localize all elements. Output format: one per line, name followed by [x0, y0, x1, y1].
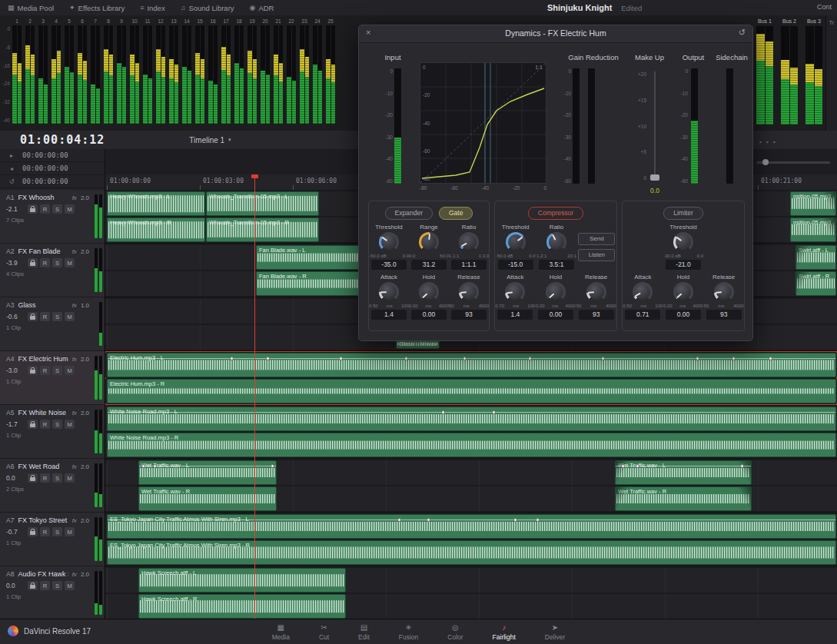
track-s-button[interactable]: S [52, 258, 62, 267]
zoom-slider-handle[interactable] [762, 159, 769, 165]
track-volume[interactable]: -0.7 [6, 528, 23, 536]
knob-value[interactable]: -15.0 [498, 260, 533, 270]
fx-badge[interactable]: fx [72, 302, 77, 309]
knob-value[interactable]: 1:1.1 [451, 260, 487, 270]
audio-clip[interactable]: Whoosh_Transition-05.mp3 - L [206, 191, 319, 216]
audio-clip[interactable]: Hawk Screech.aiff - R [138, 594, 346, 619]
track-s-button[interactable]: S [52, 204, 62, 214]
track-name[interactable]: FX Tokyo Street [18, 516, 68, 524]
audio-clip[interactable]: nsition-05.mp3 - R [790, 217, 836, 242]
track-s-button[interactable]: S [52, 473, 62, 483]
knob-dial[interactable] [673, 232, 693, 252]
knob-value[interactable]: 1.4 [497, 310, 533, 320]
knob-value[interactable]: 0.00 [666, 310, 701, 320]
automation-point[interactable] [230, 357, 234, 360]
knob-value[interactable]: -35.0 [371, 260, 407, 270]
knob-dial[interactable] [459, 282, 479, 302]
track-r-button[interactable]: R [40, 473, 50, 483]
knob-dial[interactable] [586, 282, 606, 302]
track-lock-button[interactable] [28, 473, 38, 483]
track-m-button[interactable]: M [65, 258, 75, 267]
knob-dial[interactable] [546, 232, 566, 252]
track-r-button[interactable]: R [40, 581, 50, 590]
track-name[interactable]: FX White Noise [18, 409, 68, 417]
audio-clip[interactable]: Swirl.aiff - L [795, 245, 836, 270]
panel-toggle-index[interactable]: ≡Index [132, 0, 173, 15]
knob-value[interactable]: 31.2 [411, 260, 447, 270]
fx-badge[interactable]: fx [72, 410, 77, 417]
make-up-slider[interactable] [651, 71, 659, 181]
knob-dial[interactable] [419, 282, 439, 302]
track-volume[interactable]: -2.1 [6, 205, 23, 213]
fade-in-handle[interactable] [796, 272, 809, 295]
audio-clip[interactable]: Wet Traffic.wav - R [615, 486, 752, 511]
track-s-button[interactable]: S [52, 312, 62, 321]
fx-badge[interactable]: fx [72, 463, 77, 470]
automation-point[interactable] [463, 357, 467, 360]
panel-toggle-effects-library[interactable]: ✦Effects Library [61, 0, 132, 15]
automation-point[interactable] [441, 410, 445, 414]
automation-point[interactable] [427, 518, 430, 522]
track-lock-button[interactable] [28, 258, 38, 267]
page-edit[interactable]: ▤Edit [358, 623, 370, 641]
track-name[interactable]: Glass [18, 301, 68, 309]
playhead[interactable] [254, 174, 255, 619]
track-volume[interactable]: 0.0 [6, 474, 23, 482]
track-m-button[interactable]: M [65, 420, 75, 429]
automation-point[interactable] [271, 464, 274, 468]
audio-clip[interactable]: Wet Traffic.wav - L [615, 460, 752, 485]
page-cut[interactable]: ✂Cut [319, 623, 329, 641]
panel-toggle-adr[interactable]: ◉ADR [242, 0, 282, 15]
timecode-field[interactable]: 00:00:00:00 [22, 151, 68, 159]
track-name[interactable]: FX Electric Hum [18, 355, 68, 363]
fx-badge[interactable]: fx [72, 194, 77, 201]
timecode-field[interactable]: 00:00:00:00 [22, 164, 68, 172]
audio-clip[interactable]: Electric Hum.mp3 - L [107, 353, 836, 377]
panel-toggle-media-pool[interactable]: ▦Media Pool [0, 0, 61, 15]
audio-clip[interactable]: White Noise Road.mp3 - R [107, 433, 836, 457]
page-fairlight[interactable]: ♪Fairlight [493, 623, 516, 641]
make-up-value[interactable]: 0.0 [638, 187, 672, 194]
zoom-slider[interactable] [756, 161, 830, 164]
playhead-timecode[interactable]: 01:00:04:12 [20, 133, 105, 147]
track-m-button[interactable]: M [65, 366, 75, 375]
track-lock-button[interactable] [28, 366, 38, 375]
automation-point[interactable] [536, 518, 540, 522]
audio-clip[interactable]: Hawk Screech.aiff - L [138, 568, 346, 593]
track-name[interactable]: Audio FX Hawk Sc... [18, 570, 68, 578]
audio-clip[interactable]: Whoosh_Transition-05.mp3 - R [206, 217, 319, 242]
audio-clip[interactable]: nsition-05.mp3 - L [790, 191, 836, 216]
knob-dial[interactable] [714, 282, 734, 302]
track-volume[interactable]: -3.0 [6, 367, 23, 374]
knob-value[interactable]: 93 [579, 310, 614, 320]
fade-out-handle[interactable] [739, 487, 751, 510]
track-volume[interactable]: -0.6 [6, 313, 23, 320]
knob-dial[interactable] [379, 282, 399, 302]
track-name[interactable]: FX Fan Blade [18, 247, 68, 255]
automation-point[interactable] [740, 464, 744, 468]
knob-dial[interactable] [546, 282, 566, 302]
fx-badge[interactable]: fx [72, 248, 77, 255]
audio-clip[interactable]: Heavy Whoosh.mp3 - R [107, 217, 205, 242]
page-color[interactable]: ◎Color [447, 623, 463, 641]
automation-point[interactable] [339, 357, 343, 360]
reset-icon[interactable]: ↺ [739, 28, 746, 38]
fx-badge[interactable]: fx [72, 571, 77, 578]
knob-value[interactable]: 0.71 [625, 310, 660, 320]
track-lock-button[interactable] [28, 581, 38, 590]
playhead-handle[interactable] [251, 174, 258, 178]
page-fusion[interactable]: ✳Fusion [399, 623, 419, 641]
page-media[interactable]: ▦Media [272, 623, 290, 641]
track-r-button[interactable]: R [40, 204, 50, 214]
audio-clip[interactable]: Wet Traffic.wav - R [138, 486, 277, 511]
expander-tab[interactable]: Expander [385, 207, 433, 220]
track-volume[interactable]: -3.9 [6, 259, 23, 267]
listen-button[interactable]: Listen [578, 249, 615, 261]
knob-value[interactable]: 93 [706, 310, 742, 320]
audio-clip[interactable]: ES_Tokyo Japan City Traffic Atmos With S… [107, 514, 836, 539]
track-m-button[interactable]: M [65, 473, 75, 483]
knob-dial[interactable] [505, 282, 525, 302]
audio-clip[interactable]: White Noise Road.mp3 - L [107, 407, 836, 431]
knob-dial[interactable] [673, 282, 693, 302]
fade-in-handle[interactable] [796, 246, 809, 269]
